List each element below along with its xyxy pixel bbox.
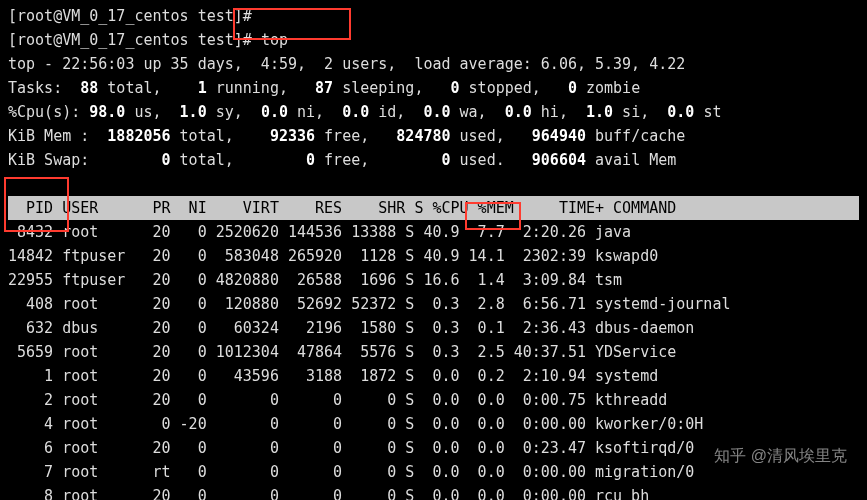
process-row[interactable]: 408 root 20 0 120880 52692 52372 S 0.3 2… [8, 292, 859, 316]
process-row[interactable]: 8432 root 20 0 2520620 144536 13388 S 40… [8, 220, 859, 244]
highlight-command [233, 8, 351, 40]
prompt-line-1: [root@VM_0_17_centos test]# [8, 4, 859, 28]
process-row[interactable]: 1 root 20 0 43596 3188 1872 S 0.0 0.2 2:… [8, 364, 859, 388]
prompt-line-2[interactable]: [root@VM_0_17_centos test]# top [8, 28, 859, 52]
highlight-cpu-value [465, 202, 521, 230]
blank-line [8, 172, 859, 196]
tasks-line: Tasks: 88 total, 1 running, 87 sleeping,… [8, 76, 859, 100]
process-table-header[interactable]: PID USER PR NI VIRT RES SHR S %CPU %MEM … [8, 196, 859, 220]
process-row[interactable]: 4 root 0 -20 0 0 0 S 0.0 0.0 0:00.00 kwo… [8, 412, 859, 436]
process-row[interactable]: 14842 ftpuser 20 0 583048 265920 1128 S … [8, 244, 859, 268]
process-row[interactable]: 2 root 20 0 0 0 0 S 0.0 0.0 0:00.75 kthr… [8, 388, 859, 412]
process-row[interactable]: 22955 ftpuser 20 0 4820880 26588 1696 S … [8, 268, 859, 292]
swap-line: KiB Swap: 0 total, 0 free, 0 used. 90660… [8, 148, 859, 172]
process-row[interactable]: 8 root 20 0 0 0 0 S 0.0 0.0 0:00.00 rcu_… [8, 484, 859, 500]
mem-line: KiB Mem : 1882056 total, 92336 free, 824… [8, 124, 859, 148]
cpu-line: %Cpu(s): 98.0 us, 1.0 sy, 0.0 ni, 0.0 id… [8, 100, 859, 124]
top-summary-line: top - 22:56:03 up 35 days, 4:59, 2 users… [8, 52, 859, 76]
watermark: 知乎 @清风埃里克 [714, 444, 847, 468]
highlight-pid-column [4, 177, 69, 232]
process-row[interactable]: 5659 root 20 0 1012304 47864 5576 S 0.3 … [8, 340, 859, 364]
process-row[interactable]: 632 dbus 20 0 60324 2196 1580 S 0.3 0.1 … [8, 316, 859, 340]
